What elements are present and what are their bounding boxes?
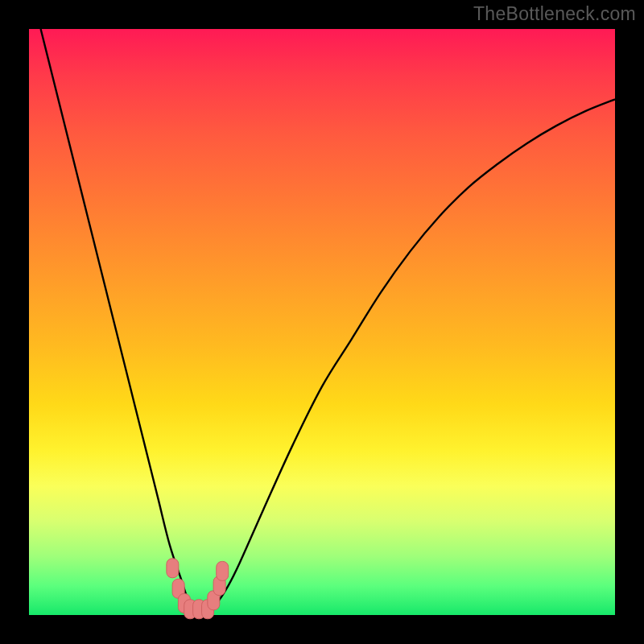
chart-frame: TheBottleneck.com	[0, 0, 644, 644]
chart-plot-area	[29, 29, 615, 615]
chart-svg	[29, 29, 615, 615]
curve-marker	[217, 561, 229, 580]
curve-markers	[167, 559, 229, 619]
watermark-text: TheBottleneck.com	[473, 3, 636, 25]
bottleneck-curve	[41, 29, 615, 613]
curve-marker	[167, 559, 179, 578]
